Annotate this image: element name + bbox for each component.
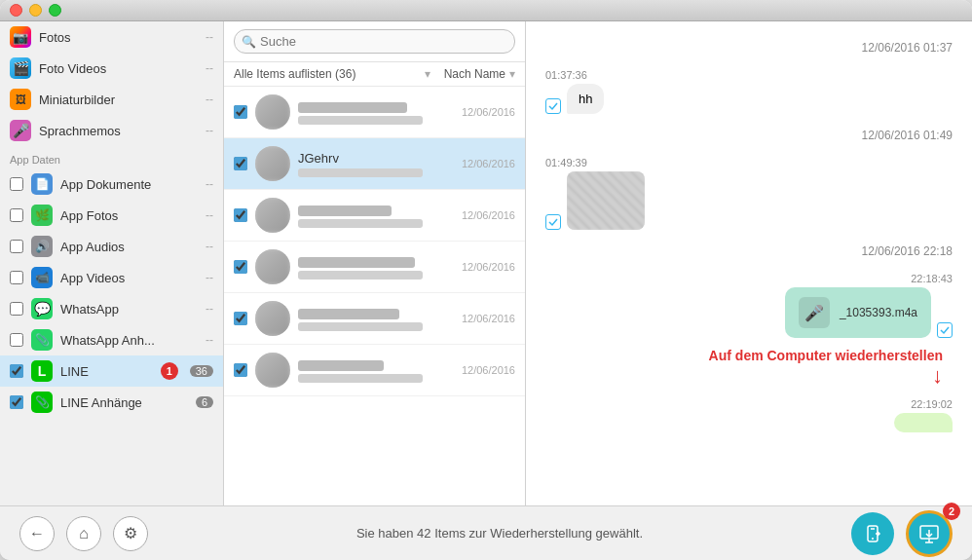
msg-with-check-3: 🎤 _1035393.m4a: [785, 287, 953, 338]
sidebar-label-linearh: LINE Anhänge: [60, 395, 188, 410]
contact-avatar: [255, 94, 290, 130]
sidebar-item-appvideos[interactable]: 📹 App Videos --: [0, 262, 223, 293]
bottom-status: Sie haben 42 Items zur Wiederherstellung…: [160, 526, 840, 541]
contact-preview-2: [298, 168, 423, 177]
sidebar-item-appdok[interactable]: 📄 App Dokumente --: [0, 168, 223, 200]
sidebar-label-appdok: App Dokumente: [60, 177, 198, 192]
right-panel: 12/06/2016 01:37 01:37:36 hh 12/06/2016 …: [526, 21, 972, 505]
contact-checkbox-4[interactable]: [234, 260, 247, 274]
photos-icon: 📷: [10, 26, 31, 48]
main-content: 📷 Fotos -- 🎬 Foto Videos -- 🖼 Miniaturbi…: [0, 21, 972, 505]
contact-info-2: JGehrv: [298, 151, 454, 177]
settings-button[interactable]: ⚙: [113, 516, 148, 551]
home-icon: ⌂: [79, 525, 89, 542]
line-checkbox[interactable]: [10, 364, 23, 378]
contact-checkbox-6[interactable]: [234, 363, 247, 377]
message-row-3: 22:18:43 🎤 _1035393.m4a: [545, 273, 953, 338]
bottom-bar: ← ⌂ ⚙ Sie haben 42 Items zur Wiederherst…: [0, 505, 972, 560]
middle-panel: 🔍 Alle Items auflisten (36) ▾ Nach Name …: [224, 21, 526, 505]
minimize-button[interactable]: [29, 4, 42, 17]
sidebar-label-appfotos: App Fotos: [60, 208, 198, 223]
back-button[interactable]: ←: [19, 516, 55, 551]
contact-avatar-3: [255, 198, 290, 233]
contact-name-blur-5: [298, 309, 399, 319]
contact-info: [298, 99, 454, 125]
contact-date-3: 12/06/2016: [462, 209, 515, 221]
restore-device-button[interactable]: [851, 512, 894, 555]
search-wrapper: 🔍: [234, 29, 515, 54]
settings-icon: ⚙: [124, 524, 137, 542]
sidebar-label-whatsapp: WhatsApp: [60, 302, 198, 317]
appfotos-checkbox[interactable]: [10, 208, 23, 222]
list-header-all-items[interactable]: Alle Items auflisten (36): [234, 67, 421, 81]
contact-preview: [298, 116, 423, 125]
file-bubble: 🎤 _1035393.m4a: [785, 287, 931, 338]
msg-check-2: [545, 214, 561, 230]
msg-bubble-4: [894, 413, 953, 432]
sidebar-item-line[interactable]: L LINE 1 36 ➜: [0, 355, 223, 387]
contact-checkbox-3[interactable]: [234, 208, 247, 222]
appdok-checkbox[interactable]: [10, 177, 23, 191]
restore-device-icon: [862, 523, 883, 544]
message-row-1: 01:37:36 hh: [545, 69, 953, 114]
sidebar-item-miniatur[interactable]: 🖼 Miniaturbilder --: [0, 84, 223, 115]
contact-row-6[interactable]: 12/06/2016: [224, 345, 525, 396]
home-button[interactable]: ⌂: [66, 516, 101, 551]
date-separator-2: 12/06/2016 01:49: [545, 124, 953, 147]
svg-point-2: [872, 538, 874, 540]
sidebar-item-fotos[interactable]: 📷 Fotos --: [0, 21, 223, 53]
whatsappanh-checkbox[interactable]: [10, 333, 23, 347]
msg-bubble-2: [567, 171, 645, 230]
list-header-sort[interactable]: Nach Name: [444, 67, 505, 81]
search-input[interactable]: [234, 29, 515, 54]
msg-with-check-1: hh: [545, 84, 604, 114]
maximize-button[interactable]: [49, 4, 61, 17]
restore-computer-wrapper: 2: [906, 510, 953, 557]
sidebar-item-whatsappanh[interactable]: 📎 WhatsApp Anh... --: [0, 324, 223, 355]
search-bar: 🔍: [224, 21, 525, 62]
msg-with-check-2: [545, 171, 645, 230]
close-button[interactable]: [10, 4, 22, 17]
contact-date-5: 12/06/2016: [462, 313, 515, 324]
contact-checkbox-2[interactable]: [234, 157, 247, 170]
sidebar-item-lineauh[interactable]: 📎 LINE Anhänge 6: [0, 387, 223, 418]
appfotos-icon: 🌿: [31, 205, 53, 226]
list-header: Alle Items auflisten (36) ▾ Nach Name ▾: [224, 62, 525, 87]
contact-info-3: [298, 203, 454, 228]
sidebar-item-whatsapp[interactable]: 💬 WhatsApp --: [0, 293, 223, 324]
sidebar-label-sprach: Sprachmemos: [39, 124, 198, 138]
contact-checkbox[interactable]: [234, 105, 247, 119]
contact-name-2: JGehrv: [298, 151, 454, 166]
whatsapp-icon: 💬: [31, 298, 53, 319]
appvideos-checkbox[interactable]: [10, 271, 23, 284]
contact-preview-4: [298, 271, 423, 280]
contact-row-selected[interactable]: JGehrv 12/06/2016: [224, 138, 525, 190]
msg-bubble-1: hh: [567, 84, 604, 114]
msg-check-1: [545, 98, 561, 114]
contact-date-6: 12/06/2016: [462, 364, 515, 376]
sidebar-label-line: LINE: [60, 364, 153, 379]
contact-info-6: [298, 357, 454, 383]
linearh-checkbox[interactable]: [10, 395, 23, 409]
appaudios-checkbox[interactable]: [10, 240, 23, 253]
contact-checkbox-5[interactable]: [234, 312, 247, 325]
contact-row[interactable]: 12/06/2016: [224, 87, 525, 138]
whatsapp-checkbox[interactable]: [10, 302, 23, 316]
contact-avatar-6: [255, 353, 290, 388]
contact-row-3[interactable]: 12/06/2016: [224, 190, 525, 242]
whatsappanh-icon: 📎: [31, 329, 53, 351]
contact-row-4[interactable]: 12/06/2016: [224, 242, 525, 293]
sidebar-item-appfotos[interactable]: 🌿 App Fotos --: [0, 200, 223, 231]
contact-row-5[interactable]: 12/06/2016: [224, 293, 525, 345]
file-icon: 🎤: [799, 297, 830, 328]
sidebar-item-fotovideos[interactable]: 🎬 Foto Videos --: [0, 53, 223, 84]
sidebar-item-sprach[interactable]: 🎤 Sprachmemos --: [0, 115, 223, 146]
sidebar-item-appaudios[interactable]: 🔊 App Audios --: [0, 231, 223, 262]
restore-annotation: Auf dem Computer wiederherstellen ↓: [545, 348, 953, 389]
sidebar-label-fotos: Fotos: [39, 30, 198, 45]
sidebar-label-appvideos: App Videos: [60, 271, 198, 285]
message-row-4: 22:19:02: [545, 398, 953, 432]
contact-info-4: [298, 254, 454, 280]
contact-preview-6: [298, 374, 423, 383]
restore-annotation-label: Auf dem Computer wiederherstellen: [709, 348, 943, 363]
